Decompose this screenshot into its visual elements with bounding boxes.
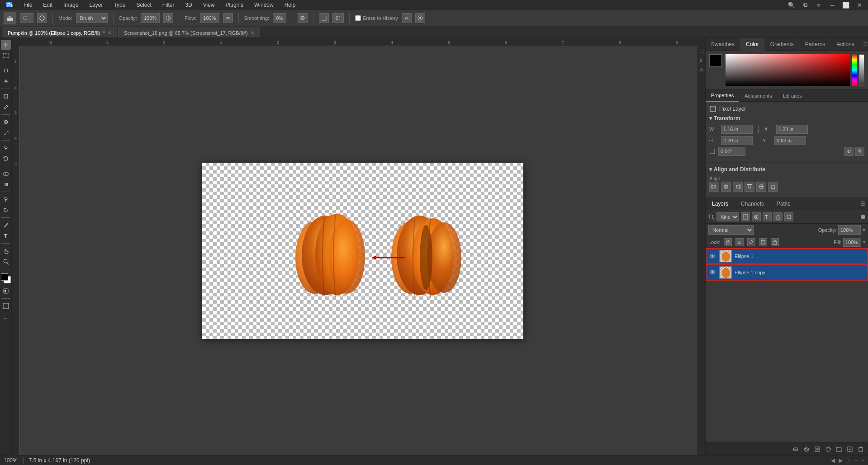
color-swatches[interactable] xyxy=(1,273,11,283)
opacity-arrow[interactable]: ▾ xyxy=(863,227,865,233)
smudge-tool[interactable] xyxy=(1,205,11,215)
brush-tool[interactable] xyxy=(1,128,11,138)
layer-visibility-ellipse1copy[interactable] xyxy=(709,269,716,277)
smoothing-value[interactable]: 0% xyxy=(273,13,286,23)
panel-menu-btn[interactable]: ☰ xyxy=(863,41,868,47)
layer-item-ellipse1copy[interactable]: Ellipse 1 copy xyxy=(706,264,868,281)
align-center-h-btn[interactable] xyxy=(721,182,731,192)
layer-visibility-ellipse1[interactable] xyxy=(709,253,716,260)
brush-picker-btn[interactable] xyxy=(37,13,47,23)
h-input[interactable] xyxy=(721,136,753,145)
hand-tool[interactable] xyxy=(1,246,11,256)
layers-panel-menu-btn[interactable]: ☰ xyxy=(860,201,865,207)
canvas-strip-icon2[interactable]: A xyxy=(698,57,705,64)
tab-layers[interactable]: Layers xyxy=(706,197,735,210)
flip-v-btn[interactable] xyxy=(855,147,864,156)
tab-actions[interactable]: Actions xyxy=(831,38,860,51)
zoom-out-btn[interactable]: − xyxy=(861,457,864,464)
crop-tool[interactable] xyxy=(1,91,11,101)
align-top-btn[interactable] xyxy=(745,182,754,192)
align-left-btn[interactable] xyxy=(709,182,719,192)
foreground-color[interactable] xyxy=(1,273,8,281)
tab-pumpkin[interactable]: Pumpkin @ 100% (Ellipse 1 copy, RGB/8) *… xyxy=(2,28,117,38)
tab-libraries[interactable]: Libraries xyxy=(778,90,807,102)
tab-channels[interactable]: Channels xyxy=(735,197,770,210)
filter-smart-btn[interactable] xyxy=(784,212,793,221)
hue-slider[interactable] xyxy=(852,54,857,86)
align-middle-v-btn[interactable] xyxy=(756,182,766,192)
menu-file[interactable]: File xyxy=(22,1,34,9)
workspace-btn[interactable]: ⧉ xyxy=(800,0,810,10)
gradient-tool[interactable] xyxy=(1,179,11,189)
tab-patterns[interactable]: Patterns xyxy=(800,38,831,51)
menu-filter[interactable]: Filter xyxy=(161,1,176,9)
canvas-strip-icon3[interactable] xyxy=(698,66,705,73)
menu-help[interactable]: Help xyxy=(283,1,298,9)
filter-pixel-btn[interactable] xyxy=(741,212,750,221)
clone-stamp-tool[interactable] xyxy=(1,143,11,153)
minimize-btn[interactable]: ─ xyxy=(827,0,837,10)
canvas-strip-icon1[interactable] xyxy=(698,48,705,55)
align-bottom-btn[interactable] xyxy=(768,182,778,192)
more-menu-btn[interactable]: ≡ xyxy=(814,0,824,10)
menu-layer[interactable]: Layer xyxy=(87,1,104,9)
new-group-btn[interactable] xyxy=(835,445,844,454)
menu-window[interactable]: Window xyxy=(252,1,275,9)
flip-h-btn[interactable] xyxy=(844,147,854,156)
menu-type[interactable]: Type xyxy=(112,1,127,9)
tab-adjustments[interactable]: Adjustments xyxy=(739,90,778,102)
history-forward-btn[interactable]: ▶ xyxy=(839,457,843,464)
lock-position-btn[interactable] xyxy=(747,238,755,246)
eraser-tool[interactable] xyxy=(1,169,11,178)
fill-arrow[interactable]: ▾ xyxy=(863,240,865,244)
lasso-tool[interactable] xyxy=(1,66,11,75)
marquee-tool[interactable] xyxy=(1,51,11,61)
new-fill-btn[interactable] xyxy=(824,445,833,454)
maximize-btn[interactable]: ⬜ xyxy=(841,0,851,10)
blend-mode-select[interactable]: Normal xyxy=(708,225,754,235)
tab-screenshot-close[interactable]: ✕ xyxy=(251,30,254,35)
angle-input[interactable] xyxy=(718,147,745,156)
y-input[interactable] xyxy=(774,136,806,145)
menu-select[interactable]: Select xyxy=(134,1,153,9)
more-tools-btn[interactable]: … xyxy=(1,312,11,322)
erase-to-history-checkbox[interactable] xyxy=(355,13,361,23)
menu-plugins[interactable]: Plugins xyxy=(224,1,245,9)
tab-color[interactable]: Color xyxy=(740,38,765,51)
lock-pixels-btn[interactable] xyxy=(735,238,744,246)
history-back-btn[interactable]: ◀ xyxy=(831,457,835,464)
link-layers-btn[interactable] xyxy=(791,445,800,454)
filter-type-btn[interactable]: T xyxy=(763,212,772,221)
foreground-color-box[interactable] xyxy=(709,54,722,67)
mode-select[interactable]: Brush xyxy=(76,13,108,23)
magic-wand-tool[interactable] xyxy=(1,76,11,86)
tab-gradients[interactable]: Gradients xyxy=(765,38,800,51)
healing-brush-tool[interactable] xyxy=(1,117,11,127)
transform-chevron[interactable]: ▾ xyxy=(709,115,712,122)
x-input[interactable] xyxy=(776,125,808,134)
settings-btn[interactable]: ⚙ xyxy=(298,13,308,23)
delete-layer-btn[interactable] xyxy=(856,445,865,454)
close-btn[interactable]: ✕ xyxy=(854,0,864,10)
dodge-tool[interactable] xyxy=(1,194,11,204)
lock-transparent-btn[interactable] xyxy=(724,238,732,246)
zoom-in-btn[interactable]: + xyxy=(854,457,858,464)
flow-value[interactable]: 100% xyxy=(200,13,219,23)
zoom-tool[interactable] xyxy=(1,257,11,267)
opacity-btn[interactable] xyxy=(163,13,173,23)
search-btn[interactable]: 🔍 xyxy=(787,0,797,10)
opacity-value[interactable]: 100% xyxy=(838,225,861,235)
w-input[interactable] xyxy=(721,125,753,134)
fill-value[interactable]: 100% xyxy=(843,238,861,247)
tab-properties[interactable]: Properties xyxy=(706,90,739,102)
menu-view[interactable]: View xyxy=(201,1,217,9)
pressure-btn[interactable] xyxy=(402,13,412,23)
link-icon[interactable] xyxy=(755,124,762,134)
align-right-btn[interactable] xyxy=(733,182,743,192)
tablet-btn[interactable] xyxy=(415,13,425,23)
filter-adjustment-btn[interactable] xyxy=(752,212,761,221)
lock-artboard-btn[interactable] xyxy=(759,238,767,246)
alpha-slider[interactable] xyxy=(859,54,864,86)
history-brush-tool[interactable] xyxy=(1,154,11,164)
screen-mode-btn[interactable] xyxy=(1,301,11,311)
